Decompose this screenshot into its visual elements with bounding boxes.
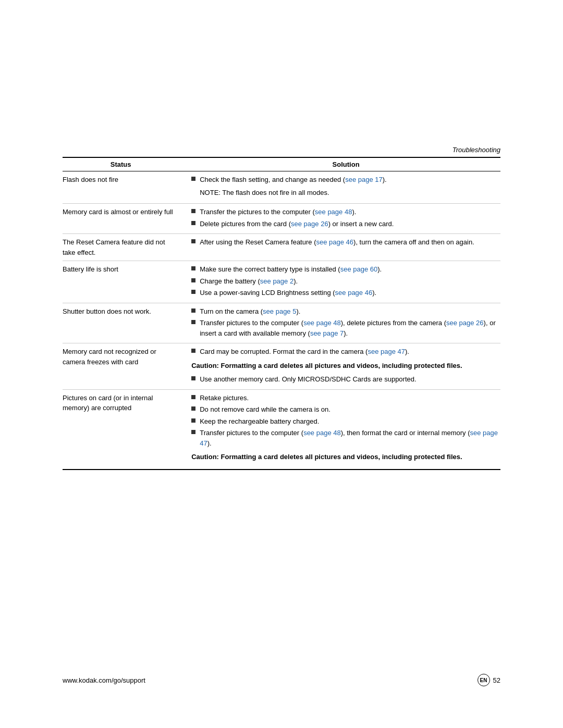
- solution-cell: After using the Reset Camera feature (se…: [185, 234, 500, 261]
- solution-cell: Card may be corrupted. Format the card i…: [185, 343, 500, 390]
- solution-link[interactable]: see page 47: [200, 429, 498, 447]
- page-number: 52: [493, 676, 500, 684]
- col-solution-header: Solution: [185, 158, 500, 171]
- solution-item: Transfer pictures to the computer (see p…: [191, 318, 500, 338]
- note-item: NOTE: The flash does not fire in all mod…: [191, 187, 500, 199]
- solution-text: Make sure the correct battery type is in…: [200, 264, 382, 275]
- table-row: Memory card is almost or entirely fullTr…: [63, 204, 500, 234]
- solution-cell: Check the flash setting, and change as n…: [185, 171, 500, 204]
- solution-item: After using the Reset Camera feature (se…: [191, 237, 500, 248]
- table-row: Flash does not fireCheck the flash setti…: [63, 171, 500, 204]
- bullet-icon: [191, 376, 195, 380]
- solution-text: Retake pictures.: [200, 393, 249, 403]
- bullet-icon: [191, 395, 195, 399]
- status-cell: Memory card is almost or entirely full: [63, 204, 185, 234]
- header-title: Troubleshooting: [452, 146, 500, 154]
- caution-text: Caution: Formatting a card deletes all p…: [191, 361, 462, 371]
- status-cell: Shutter button does not work.: [63, 303, 185, 343]
- table-header-row: Status Solution: [63, 158, 500, 171]
- solution-text: Charge the battery (see page 2).: [200, 276, 298, 287]
- status-cell: The Reset Camera feature did not take ef…: [63, 234, 185, 261]
- solution-item: Keep the rechargeable battery charged.: [191, 416, 500, 427]
- table-row: The Reset Camera feature did not take ef…: [63, 234, 500, 261]
- solution-text: Turn on the camera (see page 5).: [200, 306, 300, 317]
- solution-link[interactable]: see page 48: [303, 319, 341, 327]
- solution-link[interactable]: see page 26: [446, 319, 484, 327]
- bullet-icon: [191, 349, 195, 353]
- table-wrapper: Status Solution Flash does not fireCheck…: [63, 157, 500, 470]
- solution-cell: Make sure the correct battery type is in…: [185, 261, 500, 303]
- bullet-icon: [191, 290, 195, 294]
- solution-text: Keep the rechargeable battery charged.: [200, 416, 319, 427]
- solution-cell: Retake pictures.Do not remove card while…: [185, 389, 500, 469]
- bullet-icon: [191, 430, 195, 434]
- bullet-icon: [191, 406, 195, 411]
- solution-link[interactable]: see page 46: [316, 238, 353, 246]
- caution-item: Caution: Formatting a card deletes all p…: [191, 359, 500, 373]
- solution-item: Make sure the correct battery type is in…: [191, 264, 500, 275]
- bullet-icon: [191, 320, 195, 324]
- solution-cell: Turn on the camera (see page 5).Transfer…: [185, 303, 500, 343]
- page-container: Troubleshooting Status Solution Flash do…: [0, 0, 563, 728]
- solution-item: Transfer the pictures to the computer (s…: [191, 207, 500, 217]
- bullet-icon: [191, 177, 195, 181]
- solution-cell: Transfer the pictures to the computer (s…: [185, 204, 500, 234]
- status-cell: Memory card not recognized or camera fre…: [63, 343, 185, 390]
- status-cell: Battery life is short: [63, 261, 185, 303]
- bullet-icon: [191, 209, 195, 213]
- solution-item: Charge the battery (see page 2).: [191, 276, 500, 287]
- en-badge: EN: [478, 674, 490, 686]
- bullet-icon: [191, 418, 195, 423]
- solution-text: After using the Reset Camera feature (se…: [200, 237, 474, 248]
- caution-text: Caution: Formatting a card deletes all p…: [191, 452, 462, 462]
- solution-text: Transfer pictures to the computer (see p…: [200, 428, 500, 448]
- table-row: Battery life is shortMake sure the corre…: [63, 261, 500, 303]
- solution-link[interactable]: see page 60: [340, 265, 378, 273]
- solution-item: Transfer pictures to the computer (see p…: [191, 428, 500, 448]
- bullet-icon: [191, 266, 195, 270]
- solution-text: Use another memory card. Only MICROSD/SD…: [200, 374, 416, 385]
- solution-item: Use another memory card. Only MICROSD/SD…: [191, 374, 500, 385]
- status-cell: Pictures on card (or in internal memory)…: [63, 389, 185, 469]
- col-status-header: Status: [63, 158, 185, 171]
- solution-item: Delete pictures from the card (see page …: [191, 219, 500, 229]
- solution-text: Transfer pictures to the computer (see p…: [200, 318, 500, 338]
- status-cell: Flash does not fire: [63, 171, 185, 204]
- solution-item: Turn on the camera (see page 5).: [191, 306, 500, 317]
- solution-link[interactable]: see page 7: [310, 329, 344, 337]
- solution-item: Check the flash setting, and change as n…: [191, 175, 500, 185]
- solution-text: Card may be corrupted. Format the card i…: [200, 347, 409, 357]
- troubleshooting-table: Status Solution Flash does not fireCheck…: [63, 158, 500, 469]
- solution-item: Do not remove card while the camera is o…: [191, 404, 500, 415]
- note-text: NOTE: The flash does not fire in all mod…: [191, 188, 329, 198]
- bullet-icon: [191, 221, 195, 225]
- solution-text: Transfer the pictures to the computer (s…: [200, 207, 356, 217]
- footer-page-area: EN 52: [478, 674, 500, 686]
- solution-item: Use a power-saving LCD Brightness settin…: [191, 288, 500, 298]
- solution-text: Delete pictures from the card (see page …: [200, 219, 394, 229]
- page-footer: www.kodak.com/go/support EN 52: [63, 674, 500, 686]
- solution-link[interactable]: see page 48: [315, 208, 352, 216]
- solution-link[interactable]: see page 2: [260, 277, 293, 285]
- solution-link[interactable]: see page 17: [345, 176, 383, 183]
- bullet-icon: [191, 309, 195, 313]
- caution-item: Caution: Formatting a card deletes all p…: [191, 450, 500, 464]
- table-row: Shutter button does not work.Turn on the…: [63, 303, 500, 343]
- solution-text: Check the flash setting, and change as n…: [200, 175, 387, 185]
- table-row: Memory card not recognized or camera fre…: [63, 343, 500, 390]
- solution-item: Card may be corrupted. Format the card i…: [191, 347, 500, 357]
- bullet-icon: [191, 239, 195, 243]
- solution-item: Retake pictures.: [191, 393, 500, 403]
- solution-link[interactable]: see page 5: [263, 307, 296, 315]
- table-row: Pictures on card (or in internal memory)…: [63, 389, 500, 469]
- solution-link[interactable]: see page 47: [368, 348, 405, 355]
- solution-link[interactable]: see page 26: [291, 220, 328, 228]
- solution-text: Use a power-saving LCD Brightness settin…: [200, 288, 376, 298]
- solution-link[interactable]: see page 46: [335, 289, 373, 297]
- solution-text: Do not remove card while the camera is o…: [200, 404, 331, 415]
- solution-link[interactable]: see page 48: [303, 429, 341, 437]
- bullet-icon: [191, 278, 195, 282]
- footer-url: www.kodak.com/go/support: [63, 676, 145, 684]
- page-header: Troubleshooting: [63, 146, 500, 154]
